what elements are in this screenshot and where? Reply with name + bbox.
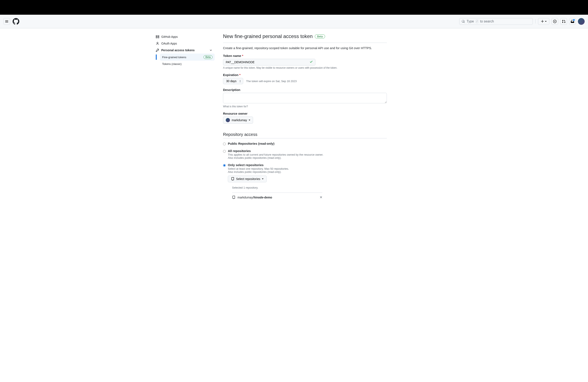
search-button[interactable]: Type / to search [459,18,533,25]
remove-repo-button[interactable]: ✕ [320,195,322,199]
sidebar-item-label: GitHub Apps [161,35,178,39]
expiration-label: Expiration * [223,73,387,77]
sidebar-item-oauth-apps[interactable]: OAuth Apps [154,40,215,47]
sidebar-item-label: Personal access tokens [161,48,195,52]
search-suffix: to search [480,20,494,23]
selected-repo-name: markdumay/hinode-demo [237,196,272,199]
sidebar-item-personal-access-tokens[interactable]: Personal access tokens [154,47,215,54]
sidebar-item-fine-grained-tokens[interactable]: Fine-grained tokens Beta [160,54,215,61]
sidebar-item-label: OAuth Apps [161,42,177,45]
triangle-down-icon [249,119,250,121]
sidebar-item-label: Tokens (classic) [162,62,181,65]
page-subtitle: Create a fine-grained, repository-scoped… [223,46,387,50]
main-content: New fine-grained personal access token B… [223,33,387,206]
radio-select-label: Only select repositories [228,163,322,167]
issues-button[interactable] [551,18,558,25]
key-icon [156,48,159,52]
sidebar-item-tokens-classic[interactable]: Tokens (classic) [160,61,215,67]
browser-chrome-bar [0,0,588,15]
apps-icon [156,35,159,39]
chevron-down-icon [209,48,212,52]
expiration-value: 30 days [226,79,236,83]
owner-name: markdumay [232,118,247,122]
token-name-hint: A unique name for this token. May be vis… [223,66,387,69]
search-prefix: Type [467,20,474,23]
resource-owner-select[interactable]: markdumay [223,117,253,124]
user-avatar-button[interactable] [578,18,585,25]
page-title-text: New fine-grained personal access token [223,33,313,39]
create-new-button[interactable] [538,18,549,25]
divider [223,138,387,138]
stepper-icon: ▲▼ [239,80,241,83]
select-repositories-button[interactable]: Select repositories [228,176,267,182]
github-logo[interactable] [13,18,19,25]
issue-opened-icon [553,20,556,23]
notification-indicator [573,19,575,21]
expiration-select[interactable]: 30 days ▲▼ [223,78,243,84]
beta-badge: Beta [204,55,212,59]
hamburger-menu-button[interactable] [3,18,10,25]
description-hint: What is this token for? [223,105,387,108]
menu-icon [5,20,8,23]
mark-github-icon [13,18,19,25]
pull-requests-button[interactable] [560,18,567,25]
radio-select-repos[interactable] [223,164,226,167]
triangle-down-icon [262,178,264,180]
selected-repo-row: markdumay/hinode-demo ✕ [232,192,322,202]
expiration-hint: The token will expire on Sat, Sep 16 202… [246,80,297,83]
selected-count: Selected 1 repository. [232,186,322,189]
person-icon [156,42,159,45]
page-title: New fine-grained personal access token B… [223,33,325,39]
plus-icon [541,20,544,23]
radio-all-repos[interactable] [223,150,226,153]
sidebar-item-label: Fine-grained tokens [162,56,186,59]
notifications-button[interactable] [569,18,576,25]
description-label: Description [223,88,387,92]
resource-owner-label: Resource owner [223,112,387,115]
triangle-down-icon [545,21,547,22]
radio-public-repos[interactable] [223,143,226,145]
sidebar-item-github-apps[interactable]: GitHub Apps [154,33,215,40]
repository-access-heading: Repository access [223,132,387,137]
separator [535,19,536,23]
check-icon [310,60,313,64]
search-icon [462,20,465,23]
repo-icon [232,196,235,199]
app-header: Type / to search [0,15,588,28]
select-repos-label: Select repositories [236,177,260,181]
radio-all-desc: This applies to all current and future r… [228,153,323,159]
description-textarea[interactable] [223,93,387,103]
radio-public-label: Public Repositories (read-only) [228,142,274,145]
repo-icon [231,177,234,181]
token-name-input[interactable] [223,59,315,65]
token-name-label: Token name * [223,54,387,58]
search-slash: / [476,20,478,23]
git-pull-request-icon [562,20,565,23]
radio-select-desc: Select at least one repository. Max 50 r… [228,167,322,173]
radio-all-label: All repositories [228,149,323,153]
beta-badge: Beta [315,34,325,39]
owner-avatar [226,118,230,122]
settings-sidebar: GitHub Apps OAuth Apps Personal access t… [154,33,215,206]
